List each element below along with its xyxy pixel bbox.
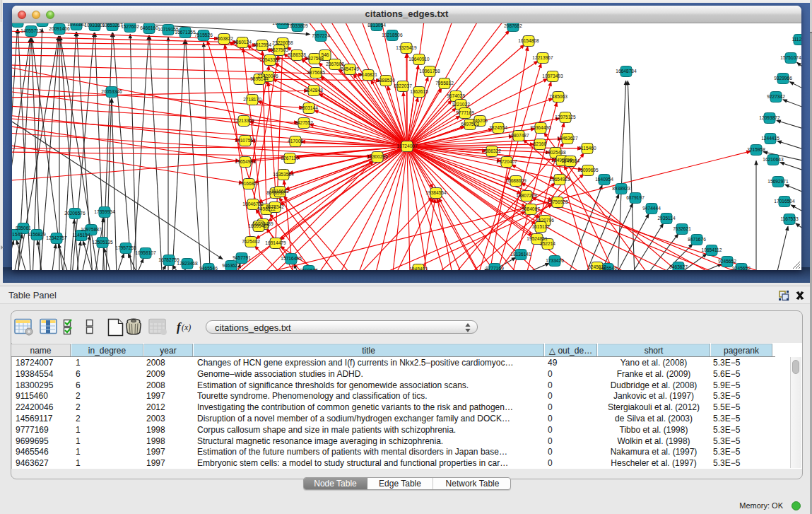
svg-text:13325419: 13325419 bbox=[396, 45, 417, 50]
svg-text:546: 546 bbox=[321, 52, 329, 57]
svg-text:1615112: 1615112 bbox=[531, 224, 550, 229]
svg-text:18300295: 18300295 bbox=[367, 154, 388, 159]
svg-text:12213967: 12213967 bbox=[532, 55, 553, 60]
svg-text:9860124: 9860124 bbox=[233, 40, 252, 45]
svg-text:18463627: 18463627 bbox=[557, 136, 578, 141]
svg-text:8267110: 8267110 bbox=[281, 156, 299, 160]
svg-text:10543382: 10543382 bbox=[259, 57, 281, 62]
svg-text:18640910: 18640910 bbox=[408, 57, 430, 62]
svg-text:8813054: 8813054 bbox=[367, 23, 386, 28]
svg-text:17359934: 17359934 bbox=[94, 209, 115, 214]
svg-text:15692971: 15692971 bbox=[767, 179, 789, 184]
svg-text:15716485: 15716485 bbox=[281, 256, 302, 261]
svg-text:1620796: 1620796 bbox=[536, 218, 554, 223]
svg-text:3824554: 3824554 bbox=[489, 125, 507, 130]
svg-text:7386322: 7386322 bbox=[483, 148, 501, 153]
svg-text:9896144: 9896144 bbox=[250, 76, 269, 81]
svg-text:10807487: 10807487 bbox=[508, 133, 529, 138]
svg-text:9827503: 9827503 bbox=[270, 47, 288, 52]
svg-text:8322037: 8322037 bbox=[394, 83, 412, 88]
svg-text:1733426: 1733426 bbox=[546, 258, 564, 263]
svg-text:18136141: 18136141 bbox=[510, 252, 531, 257]
svg-text:9777169: 9777169 bbox=[486, 266, 504, 270]
svg-text:19384554: 19384554 bbox=[425, 190, 447, 195]
svg-text:8427552: 8427552 bbox=[295, 120, 313, 125]
svg-text:9463627: 9463627 bbox=[222, 263, 240, 268]
svg-text:19166827: 19166827 bbox=[238, 181, 259, 186]
svg-text:9474444: 9474444 bbox=[642, 206, 661, 211]
svg-text:20364436: 20364436 bbox=[530, 125, 551, 130]
svg-text:10973493: 10973493 bbox=[542, 74, 563, 78]
svg-text:1093380: 1093380 bbox=[67, 23, 86, 27]
svg-text:3215958: 3215958 bbox=[747, 147, 765, 152]
svg-text:1640954: 1640954 bbox=[595, 177, 613, 182]
svg-text:10653267: 10653267 bbox=[102, 23, 123, 28]
svg-text:16099695: 16099695 bbox=[577, 168, 599, 173]
svg-text:10961758: 10961758 bbox=[419, 69, 440, 74]
svg-text:9329966: 9329966 bbox=[774, 76, 792, 81]
svg-text:1167533: 1167533 bbox=[780, 216, 799, 221]
svg-text:8912954: 8912954 bbox=[253, 42, 271, 47]
svg-text:9084067: 9084067 bbox=[522, 206, 540, 211]
svg-text:7357224: 7357224 bbox=[312, 33, 330, 38]
svg-text:18724007: 18724007 bbox=[396, 144, 418, 148]
svg-text:10025438: 10025438 bbox=[545, 150, 566, 155]
svg-text:2087682: 2087682 bbox=[504, 23, 522, 28]
svg-text:9465546: 9465546 bbox=[199, 266, 218, 270]
svg-text:6879197: 6879197 bbox=[626, 195, 645, 200]
svg-text:1145194: 1145194 bbox=[72, 233, 90, 238]
svg-text:9245012: 9245012 bbox=[588, 264, 606, 269]
svg-text:1244415: 1244415 bbox=[761, 136, 779, 141]
svg-text:23226058: 23226058 bbox=[272, 40, 293, 45]
svg-text:9245652: 9245652 bbox=[718, 259, 736, 264]
svg-text:19654983: 19654983 bbox=[235, 159, 256, 164]
svg-text:17957255: 17957255 bbox=[115, 245, 136, 250]
svg-text:16671355: 16671355 bbox=[175, 30, 196, 35]
svg-text:9674028: 9674028 bbox=[447, 93, 465, 98]
svg-text:10958107: 10958107 bbox=[135, 250, 156, 255]
svg-text:10654112: 10654112 bbox=[702, 247, 722, 252]
svg-text:10688609: 10688609 bbox=[505, 178, 526, 183]
svg-text:8678342: 8678342 bbox=[266, 204, 284, 209]
svg-text:20053346: 20053346 bbox=[101, 89, 122, 94]
svg-text:2367608: 2367608 bbox=[326, 62, 344, 66]
svg-text:9115460: 9115460 bbox=[578, 146, 596, 151]
svg-text:(x): (x) bbox=[182, 322, 191, 332]
svg-text:16353564: 16353564 bbox=[273, 172, 294, 177]
svg-text:9227342: 9227342 bbox=[767, 94, 785, 99]
svg-text:2803144: 2803144 bbox=[300, 105, 318, 110]
svg-text:12093872: 12093872 bbox=[759, 115, 780, 120]
svg-text:1221022: 1221022 bbox=[452, 102, 470, 107]
svg-text:7632621: 7632621 bbox=[673, 226, 691, 231]
svg-text:1388520: 1388520 bbox=[377, 78, 395, 83]
svg-text:8471676: 8471676 bbox=[688, 237, 706, 242]
svg-text:12342757: 12342757 bbox=[46, 235, 67, 240]
svg-text:1156829: 1156829 bbox=[28, 232, 46, 237]
svg-text:252214: 252214 bbox=[540, 241, 555, 246]
svg-text:20091406: 20091406 bbox=[49, 26, 70, 31]
svg-text:1849584: 1849584 bbox=[561, 158, 579, 163]
svg-text:12975125: 12975125 bbox=[555, 115, 576, 119]
svg-text:2935114: 2935114 bbox=[657, 216, 676, 221]
svg-text:10975887: 10975887 bbox=[81, 227, 102, 232]
svg-text:62160: 62160 bbox=[534, 141, 547, 146]
svg-text:19756928: 19756928 bbox=[547, 199, 568, 204]
svg-text:16210643: 16210643 bbox=[763, 157, 784, 162]
svg-text:3875685: 3875685 bbox=[307, 70, 325, 75]
svg-text:15751074: 15751074 bbox=[780, 55, 801, 60]
svg-text:9463627: 9463627 bbox=[669, 264, 688, 269]
svg-text:12505135: 12505135 bbox=[92, 240, 113, 245]
svg-text:16033809: 16033809 bbox=[287, 23, 308, 28]
svg-text:1362615: 1362615 bbox=[410, 89, 428, 94]
svg-text:17016504: 17016504 bbox=[774, 199, 795, 204]
svg-text:7955812: 7955812 bbox=[435, 81, 454, 86]
svg-text:746206: 746206 bbox=[472, 118, 488, 123]
svg-text:16154808: 16154808 bbox=[518, 38, 539, 43]
svg-text:9242848: 9242848 bbox=[305, 88, 323, 93]
svg-text:8938923: 8938923 bbox=[612, 186, 630, 191]
svg-text:1405572: 1405572 bbox=[12, 23, 27, 24]
svg-text:16099489: 16099489 bbox=[248, 223, 269, 228]
svg-text:8186328: 8186328 bbox=[288, 52, 306, 57]
svg-text:391547: 391547 bbox=[12, 232, 23, 237]
svg-text:111243: 111243 bbox=[792, 37, 801, 42]
